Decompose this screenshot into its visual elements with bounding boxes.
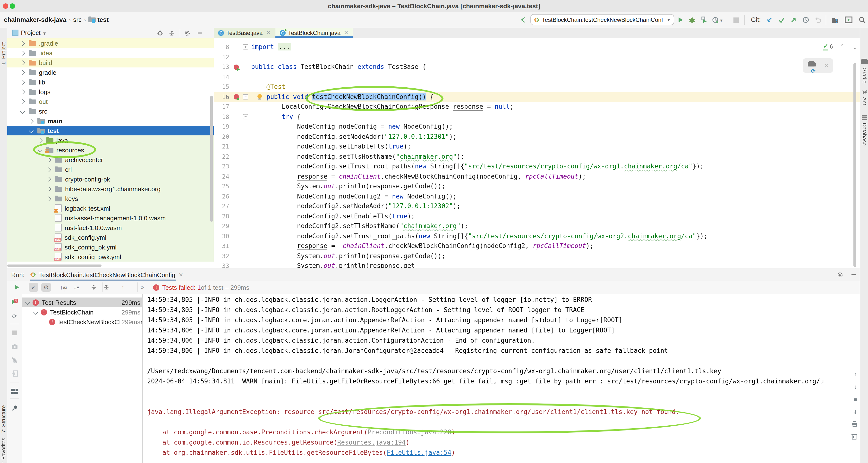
soft-wrap-icon[interactable]: ≡ (851, 396, 859, 403)
code-line-14[interactable]: 14 (214, 72, 860, 82)
stack-trace-link[interactable]: Resources.java:194 (337, 439, 406, 446)
code-line-24[interactable]: 24response = chainClient.checkNewBlockCh… (214, 171, 860, 181)
test-tree-item-test-results[interactable]: !Test Results299ms (22, 298, 142, 307)
git-push-button[interactable] (789, 15, 798, 24)
tree-chevron-icon[interactable] (20, 60, 25, 65)
code-line-23[interactable]: 23nodeConfig.setTrust_root_paths(new Str… (214, 162, 860, 171)
git-commit-button[interactable] (777, 15, 786, 24)
sort-alphabetically-icon[interactable]: ↓az (59, 283, 68, 292)
project-tree-item-build[interactable]: build (7, 58, 214, 67)
tool-window-tab-project[interactable]: 1: Project (0, 42, 6, 65)
project-tree-item-archivecenter[interactable]: archivecenter (7, 155, 214, 165)
gradle-refresh-icon[interactable]: ⟳ (811, 68, 815, 74)
tree-chevron-icon[interactable] (20, 89, 25, 94)
zoom-window-icon[interactable] (10, 3, 15, 9)
code-line-15[interactable]: 15@Test (214, 82, 860, 92)
tree-chevron-icon[interactable] (46, 167, 51, 172)
profiler-button[interactable] (711, 15, 720, 24)
run-with-coverage-button[interactable] (700, 15, 708, 24)
intention-bulb-icon[interactable] (257, 94, 262, 98)
project-tree-item-logs[interactable]: logs (7, 87, 214, 97)
collapse-all-icon[interactable] (101, 283, 111, 292)
code-line-31[interactable]: 31response = chainClient.checkNewBlockCh… (214, 241, 860, 251)
tree-chevron-icon[interactable] (20, 41, 25, 45)
show-ignored-toggle[interactable]: ⊘ (41, 283, 51, 292)
tree-chevron-icon[interactable] (20, 109, 25, 113)
code-line-13[interactable]: 13public class TestBlockChain extends Te… (214, 62, 860, 72)
project-tree-item-crl[interactable]: crl (7, 165, 214, 174)
project-horizontal-scrollbar[interactable] (7, 265, 101, 267)
project-tree-item-sdk-config-pwk-yml[interactable]: YMLsdk_config_pwk.yml (7, 252, 214, 262)
print-icon[interactable] (851, 421, 859, 429)
fold-marker-icon[interactable]: + (243, 44, 248, 49)
project-tree-item-main[interactable]: main (7, 116, 214, 126)
fold-marker-icon[interactable]: − (243, 94, 248, 99)
prev-problem-icon[interactable]: ⌃ (840, 43, 845, 50)
project-tree-item-gradle[interactable]: gradle (7, 67, 214, 77)
tree-chevron-icon[interactable] (29, 119, 34, 123)
project-tree-item-java[interactable]: java (7, 135, 214, 145)
project-tree-item-rust-fact-1-0-0-wasm[interactable]: rust-fact-1.0.0.wasm (7, 223, 214, 232)
pin-tab-icon[interactable] (10, 403, 19, 412)
tool-window-tab-ant[interactable]: Ant (862, 97, 868, 105)
local-changes-icon[interactable] (831, 15, 839, 24)
run-test-failed-icon[interactable] (234, 64, 239, 70)
tool-window-tab-favorites[interactable]: 2: Favorites (0, 438, 6, 463)
layout-settings-icon[interactable] (10, 387, 19, 396)
project-tree-item-rust-asset-management-1-0-0-wasm[interactable]: rust-asset-management-1.0.0.wasm (7, 213, 214, 223)
project-tree-item-keys[interactable]: keys (7, 194, 214, 203)
toggle-auto-test-icon[interactable]: ⟳ (10, 312, 19, 321)
tree-chevron-icon[interactable] (20, 79, 25, 85)
code-line-20[interactable]: 20nodeConfig.setNodeAddr("127.0.0.1:1230… (214, 132, 860, 142)
close-popup-icon[interactable]: ✕ (824, 62, 829, 69)
locate-file-icon[interactable] (156, 29, 164, 37)
project-view-dropdown-icon[interactable]: ▼ (42, 31, 46, 36)
tree-chevron-icon[interactable] (46, 196, 51, 201)
tree-chevron-icon[interactable] (29, 128, 34, 133)
run-tab-label[interactable]: TestBlockChain.testCheckNewBlockChainCon… (39, 271, 175, 278)
code-line-29[interactable]: 29nodeConfig2.setTlsHostName("chainmaker… (214, 221, 860, 231)
project-tree-item-sdk-config-yml[interactable]: YMLsdk_config.yml (7, 232, 214, 242)
code-line-21[interactable]: 21nodeConfig.setEnableTls(true); (214, 142, 860, 152)
profiler-dropdown-icon[interactable]: ▼ (719, 19, 723, 23)
tree-chevron-icon[interactable] (20, 99, 25, 104)
run-test-failed-icon[interactable] (234, 94, 239, 99)
code-line-26[interactable]: 26NodeConfig nodeConfig2 = new NodeConfi… (214, 192, 860, 201)
hide-panel-icon[interactable] (196, 29, 204, 37)
close-window-icon[interactable] (3, 3, 8, 9)
more-actions-icon[interactable]: » (137, 283, 147, 292)
tab-testbase-java[interactable]: C TestBase.java ✕ (214, 28, 275, 38)
tree-chevron-icon[interactable] (33, 310, 38, 315)
scroll-down-icon[interactable]: ↓ (851, 383, 859, 391)
tree-chevron-icon[interactable] (20, 70, 25, 75)
tool-window-tab-gradle[interactable]: Gradle (862, 67, 868, 84)
rerun-button[interactable] (12, 283, 22, 292)
code-line-18[interactable]: 18−try { (214, 112, 860, 122)
tree-chevron-icon[interactable] (46, 177, 51, 181)
project-tree-item-out[interactable]: out (7, 97, 214, 106)
close-tab-icon[interactable]: ✕ (344, 30, 348, 36)
project-tree-item-lib[interactable]: lib (7, 77, 214, 87)
show-passed-toggle[interactable]: ✓ (29, 283, 38, 292)
hide-run-panel-icon[interactable] (849, 271, 857, 278)
project-tree-item--gradle[interactable]: .gradle (7, 38, 214, 48)
git-update-button[interactable] (765, 15, 774, 24)
search-everywhere-icon[interactable] (858, 15, 867, 24)
project-tree-item-sdk-config-pk-yml[interactable]: YMLsdk_config_pk.yml (7, 242, 214, 252)
project-tree-item-logback-test-xml[interactable]: <>logback-test.xml (7, 203, 214, 213)
project-tree-item-hibe-data-wx-org1-chainmaker-org[interactable]: hibe-data.wx-org1.chainmaker.org (7, 184, 214, 194)
code-line-25[interactable]: 25System.out.println(response.getCode())… (214, 181, 860, 192)
code-line-22[interactable]: 22nodeConfig.setTlsHostName("chainmaker.… (214, 152, 860, 162)
code-line-17[interactable]: 17LocalConfig.CheckNewBlockChainConfigRe… (214, 102, 860, 112)
code-line-32[interactable]: 32System.out.println(response.getCode())… (214, 251, 860, 261)
project-tree-item--idea[interactable]: .idea (7, 48, 214, 58)
close-run-tab-icon[interactable]: ✕ (179, 271, 183, 278)
sort-by-duration-icon[interactable]: ↓≡ (71, 283, 81, 292)
project-tree-item-test[interactable]: test (7, 126, 214, 135)
close-tab-icon[interactable]: ✕ (266, 30, 270, 36)
breadcrumb[interactable]: chainmaker-sdk-java›src› test (4, 12, 108, 28)
run-console[interactable]: 14:59:34,805 |-INFO in ch.qos.logback.cl… (143, 294, 860, 463)
editor-scrollbar[interactable] (854, 63, 856, 267)
navigate-back-icon[interactable] (519, 15, 527, 24)
tree-chevron-icon[interactable] (38, 138, 42, 143)
